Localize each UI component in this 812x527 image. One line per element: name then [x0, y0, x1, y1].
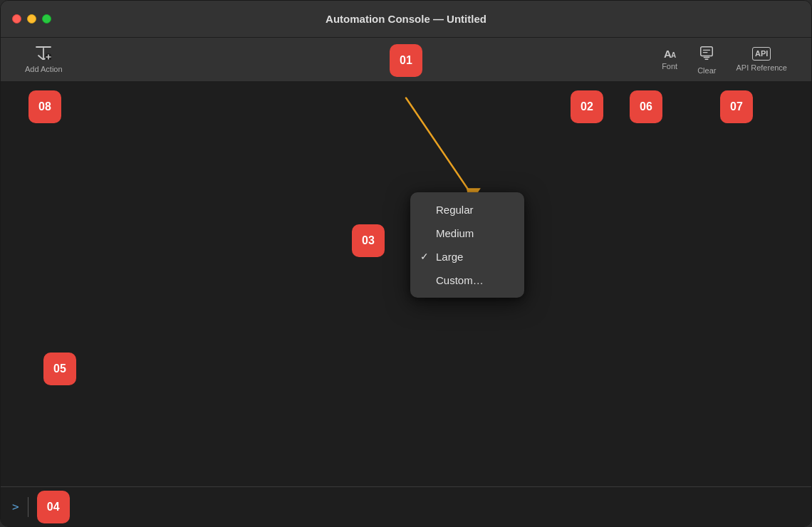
dropdown-item-medium[interactable]: Medium: [410, 221, 524, 245]
svg-line-2: [406, 98, 474, 197]
badge-04: 04: [37, 491, 70, 523]
add-action-label: Add Action: [25, 65, 63, 73]
badge-01-toolbar: 01: [390, 44, 422, 77]
badge-06: 06: [630, 90, 662, 123]
minimize-button[interactable]: [27, 14, 36, 24]
font-button[interactable]: AA Font: [652, 44, 687, 75]
badge-03: 03: [352, 224, 385, 257]
annotation-arrow: [1, 82, 811, 486]
font-size-dropdown[interactable]: Regular Medium Large Custom…: [410, 192, 524, 298]
input-bar: > 04: [1, 486, 811, 526]
badge-02: 02: [571, 90, 603, 123]
add-action-icon: [36, 46, 51, 62]
window-title: Automation Console — Untitled: [326, 13, 486, 25]
dropdown-item-regular[interactable]: Regular: [410, 198, 524, 221]
badge-08: 08: [28, 90, 61, 123]
dropdown-item-large[interactable]: Large: [410, 245, 524, 268]
badge-07: 07: [720, 90, 753, 123]
input-area[interactable]: 04: [37, 491, 800, 523]
svg-rect-1: [701, 46, 713, 56]
window: Automation Console — Untitled Add Action: [0, 0, 812, 527]
clear-label: Clear: [697, 66, 716, 75]
traffic-lights: [12, 14, 51, 24]
clear-icon: [699, 45, 714, 63]
badge-05: 05: [43, 353, 76, 385]
add-action-button[interactable]: Add Action: [15, 41, 73, 78]
titlebar: Automation Console — Untitled: [1, 1, 811, 38]
prompt-symbol: >: [12, 500, 19, 513]
main-content: 08 02 06 07 03 05 01 Regular Medium La: [1, 82, 811, 486]
dropdown-item-custom[interactable]: Custom…: [410, 268, 524, 292]
api-icon: API: [752, 47, 771, 60]
api-reference-label: API Reference: [736, 63, 787, 72]
close-button[interactable]: [12, 14, 21, 24]
input-divider: [28, 497, 28, 517]
api-reference-button[interactable]: API API Reference: [726, 43, 797, 75]
maximize-button[interactable]: [42, 14, 51, 24]
toolbar-right: AA Font Clear API API Re: [652, 41, 797, 79]
font-label: Font: [662, 62, 677, 71]
font-icon: AA: [664, 48, 675, 59]
clear-button[interactable]: Clear: [687, 41, 726, 79]
